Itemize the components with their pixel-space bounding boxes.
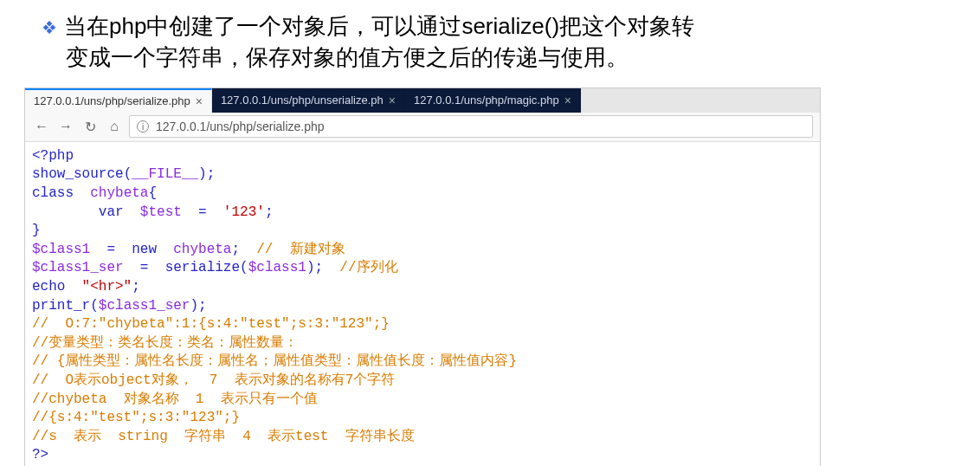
php-source: <?php show_source(__FILE__); class chybe…: [25, 142, 820, 466]
tab-label: 127.0.0.1/uns/php/serialize.php: [34, 94, 190, 107]
kw-var: var: [32, 204, 140, 220]
tab-bar: 127.0.0.1/uns/php/serialize.php × 127.0.…: [25, 88, 820, 113]
const-file: __FILE__: [132, 166, 198, 182]
comment-l14: //chybeta 对象名称 1 表示只有一个值: [32, 392, 318, 407]
url-bar[interactable]: i 127.0.0.1/uns/php/serialize.php: [129, 115, 813, 138]
php-open-tag: <?php: [32, 148, 74, 164]
close-icon[interactable]: ×: [564, 94, 571, 107]
home-icon[interactable]: ⌂: [105, 119, 124, 134]
comment-l10: // O:7:"chybeta":1:{s:4:"test";s:3:"123"…: [32, 316, 390, 332]
var-class1: $class1: [32, 242, 106, 257]
nav-toolbar: ← → ↻ ⌂ i 127.0.0.1/uns/php/serialize.ph…: [25, 113, 820, 142]
comment-new: // 新建对象: [256, 242, 345, 257]
tab-label: 127.0.0.1/uns/php/unserialize.ph: [221, 94, 384, 107]
var-test: $test: [140, 204, 198, 220]
comment-l11: //变量类型：类名长度：类名：属性数量：: [32, 335, 298, 351]
close-icon[interactable]: ×: [389, 94, 396, 107]
php-close-tag: ?>: [32, 447, 48, 463]
tab-label: 127.0.0.1/uns/php/magic.php: [414, 94, 559, 107]
back-icon[interactable]: ←: [32, 119, 51, 134]
tab-unserialize[interactable]: 127.0.0.1/uns/php/unserialize.ph ×: [212, 88, 405, 113]
info-icon[interactable]: i: [137, 120, 149, 133]
kw-class: class: [32, 185, 90, 201]
forward-icon[interactable]: →: [56, 119, 75, 134]
reload-icon[interactable]: ↻: [81, 119, 100, 135]
comment-l13: // O表示object对象， 7 表示对象的名称有7个字符: [32, 372, 395, 388]
comment-serialize: //序列化: [339, 260, 397, 275]
browser-window: 127.0.0.1/uns/php/serialize.php × 127.0.…: [24, 87, 821, 466]
fn-show-source: show_source: [32, 166, 124, 182]
url-text: 127.0.0.1/uns/php/serialize.php: [156, 120, 325, 133]
str-hr: "<hr>": [82, 279, 132, 294]
close-icon[interactable]: ×: [196, 94, 203, 108]
comment-l16: //s 表示 string 字符串 4 表示test 字符串长度: [32, 429, 415, 444]
comment-l15: //{s:4:"test";s:3:"123";}: [32, 410, 240, 425]
slide-bullet: ❖ 当在php中创建了一个对象后，可以通过serialize()把这个对象转 变…: [0, 0, 980, 87]
tab-serialize[interactable]: 127.0.0.1/uns/php/serialize.php ×: [25, 88, 212, 113]
diamond-bullet-icon: ❖: [42, 16, 57, 40]
fn-serialize: serialize: [165, 260, 240, 275]
fn-print-r: print_r: [32, 298, 90, 314]
bullet-line-2: 变成一个字符串，保存对象的值方便之后的传递与使用。: [66, 42, 938, 73]
class-name: chybeta: [90, 185, 148, 201]
comment-l12: // {属性类型：属性名长度：属性名；属性值类型：属性值长度：属性值内容}: [32, 353, 517, 369]
str-123: '123': [223, 204, 265, 220]
bullet-line-1: 当在php中创建了一个对象后，可以通过serialize()把这个对象转: [64, 10, 938, 42]
kw-echo: echo: [32, 279, 82, 294]
var-class1-ser: $class1_ser: [32, 260, 140, 275]
tab-magic[interactable]: 127.0.0.1/uns/php/magic.php ×: [405, 88, 581, 113]
